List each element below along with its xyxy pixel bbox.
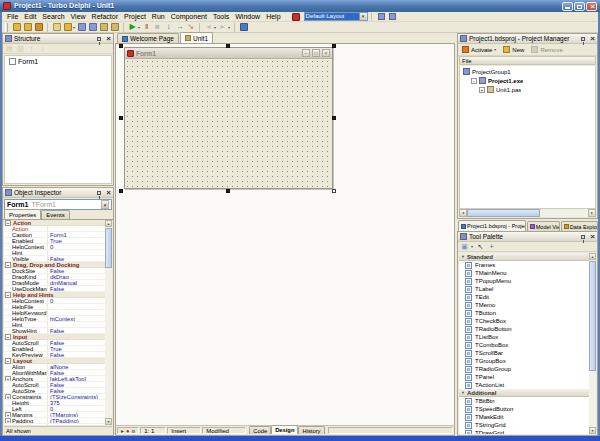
property-value[interactable]: htContext [48, 316, 105, 321]
palette-item-tdrawgrid[interactable]: TDrawGrid [459, 429, 589, 434]
view-unit-button[interactable] [98, 22, 109, 32]
back-button[interactable]: ◂ [203, 22, 214, 32]
scroll-up-icon[interactable]: ▴ [589, 253, 596, 260]
expand-icon[interactable]: + [5, 394, 11, 399]
property-value[interactable]: Form1 [48, 232, 105, 237]
property-value[interactable]: 0 [48, 406, 105, 411]
chevron-down-icon[interactable]: ▾ [101, 200, 109, 209]
chevron-down-icon[interactable]: ▾ [471, 244, 473, 249]
palette-item-tgroupbox[interactable]: TGroupBox [459, 357, 589, 365]
minimize-button[interactable] [562, 2, 573, 11]
property-value[interactable]: alNone [48, 364, 105, 369]
palette-category-standard[interactable]: ▼Standard [459, 253, 589, 261]
dock-tab-model-view[interactable]: Model View [527, 221, 560, 231]
project-tree-item-unit1-pas[interactable]: +Unit1.pas [460, 85, 595, 94]
property-value[interactable]: False [48, 352, 105, 357]
move-up-button[interactable]: ↑ [27, 44, 36, 54]
selection-handle-top-left[interactable] [119, 44, 123, 48]
palette-item-tscrollbar[interactable]: TScrollBar [459, 349, 589, 357]
layout-combo[interactable]: Default Layout ▾ [304, 12, 368, 21]
palette-pointer-button[interactable]: ↖ [476, 242, 485, 252]
new-button[interactable]: New [501, 45, 526, 54]
menu-item-refactor[interactable]: Refactor [89, 12, 121, 22]
palette-item-tbitbtn[interactable]: TBitBtn [459, 397, 589, 405]
menu-item-help[interactable]: Help [263, 12, 283, 22]
file-column-header[interactable]: File [459, 56, 596, 65]
property-value[interactable]: (TSizeConstraints) [48, 394, 105, 399]
new-items-button[interactable] [11, 22, 22, 32]
collapse-icon[interactable]: − [5, 292, 11, 298]
palette-search-button[interactable]: + [487, 242, 496, 252]
view-tab-history[interactable]: History [298, 426, 324, 434]
tab-unit1[interactable]: Unit1 [180, 32, 213, 43]
pin-icon[interactable] [581, 235, 585, 239]
chevron-down-icon[interactable]: ▾ [73, 25, 75, 30]
remove-button[interactable]: Remove [529, 45, 564, 54]
collapse-icon[interactable]: − [5, 262, 11, 268]
palette-item-tmaskedit[interactable]: TMaskEdit [459, 413, 589, 421]
pin-icon[interactable] [97, 37, 101, 41]
property-value[interactable]: True [48, 346, 105, 351]
menu-item-file[interactable]: File [4, 12, 21, 22]
palette-item-tbutton[interactable]: TButton [459, 309, 589, 317]
menu-item-component[interactable]: Component [168, 12, 210, 22]
toolbar-grip[interactable] [5, 23, 8, 32]
save-layout-button[interactable] [377, 12, 386, 21]
property-row-scaled[interactable]: ScaledTrue [4, 424, 105, 425]
expand-icon[interactable]: + [479, 87, 485, 93]
open-project-button[interactable] [33, 22, 44, 32]
palette-item-frames[interactable]: Frames [459, 261, 589, 269]
view-form-button[interactable] [109, 22, 120, 32]
maximize-button[interactable] [574, 2, 585, 11]
forward-button[interactable]: ▸ [217, 22, 228, 32]
property-value[interactable] [48, 250, 105, 255]
tree-node-form1[interactable]: Form1 [5, 56, 111, 65]
save-all-button[interactable] [87, 22, 98, 32]
new-form-button[interactable] [51, 22, 62, 32]
property-value[interactable]: True [48, 424, 105, 425]
dock-tab-project1-bdsproj-project-m[interactable]: Project1.bdsproj - Project M... [458, 220, 526, 231]
step-over-button[interactable]: → [174, 22, 185, 32]
tab-events[interactable]: Events [41, 210, 69, 219]
stop-button[interactable]: ■ [152, 22, 163, 32]
scroll-thumb[interactable] [467, 209, 540, 217]
collapse-icon[interactable]: − [5, 358, 11, 364]
palette-item-tmemo[interactable]: TMemo [459, 301, 589, 309]
view-tab-design[interactable]: Design [271, 425, 298, 434]
move-down-button[interactable]: ↓ [38, 44, 47, 54]
palette-item-tedit[interactable]: TEdit [459, 293, 589, 301]
selection-handle-middle-left[interactable] [119, 116, 123, 120]
chevron-down-icon[interactable]: ▾ [359, 13, 367, 20]
scroll-down-icon[interactable]: ▾ [105, 418, 112, 425]
activate-button[interactable]: Activate ▾ [460, 45, 498, 54]
property-value[interactable]: False [48, 268, 105, 273]
menu-item-run[interactable]: Run [149, 12, 168, 22]
run-to-cursor-button[interactable]: ↘ [185, 22, 196, 32]
property-value[interactable] [48, 226, 105, 231]
selection-handle-bottom-left[interactable] [119, 189, 123, 193]
property-value[interactable]: (TPadding) [48, 418, 105, 423]
expand-icon[interactable]: + [5, 418, 11, 423]
palette-item-tmainmenu[interactable]: TMainMenu [459, 269, 589, 277]
designed-form[interactable]: Form1 – □ × [124, 47, 333, 189]
collapse-icon[interactable]: − [5, 334, 11, 340]
expand-icon[interactable]: + [5, 376, 11, 381]
selection-handle-bottom-center[interactable] [226, 189, 230, 193]
property-value[interactable]: dkDrag [48, 274, 105, 279]
palette-item-tradiogroup[interactable]: TRadioGroup [459, 365, 589, 373]
help-insight-button[interactable] [238, 22, 249, 32]
collapse-icon[interactable]: − [5, 220, 11, 226]
scroll-thumb[interactable] [105, 228, 112, 268]
pause-button[interactable]: ‖ [141, 22, 152, 32]
close-panel-icon[interactable]: × [590, 233, 595, 241]
property-value[interactable]: False [48, 286, 105, 291]
scroll-right-icon[interactable]: ▸ [588, 209, 596, 217]
menu-item-edit[interactable]: Edit [21, 12, 39, 22]
palette-item-tcombobox[interactable]: TComboBox [459, 341, 589, 349]
palette-item-tradiobutton[interactable]: TRadioButton [459, 325, 589, 333]
scroll-track[interactable] [467, 209, 588, 217]
palette-category-additional[interactable]: ▼Additional [459, 389, 589, 397]
property-value[interactable]: False [48, 370, 105, 375]
palette-item-tspeedbutton[interactable]: TSpeedButton [459, 405, 589, 413]
collapse-icon[interactable]: − [471, 78, 477, 84]
